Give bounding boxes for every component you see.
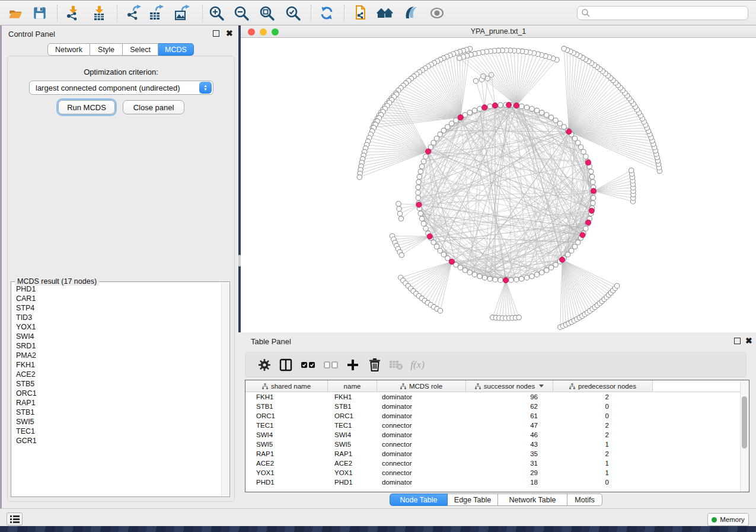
cell-predecessor-nodes: 0 [553,479,653,486]
mcds-result-item[interactable]: CAR1 [11,294,221,303]
tab-edge-table[interactable]: Edge Table [448,493,498,506]
table-scrollbar[interactable] [740,381,749,492]
split-pane-handle[interactable] [238,255,241,267]
deselect-all-icon[interactable] [320,354,342,376]
export-table-icon[interactable] [145,2,167,24]
search-input[interactable] [591,8,748,18]
delete-column-trash-icon[interactable] [364,354,385,376]
toolbar-separator [311,5,311,21]
first-neighbors-icon[interactable] [375,2,396,24]
mcds-result-item[interactable]: TID3 [11,313,221,322]
mcds-result-item[interactable]: PHD1 [11,284,221,294]
export-network-icon[interactable] [123,2,144,24]
zoom-fit-icon[interactable] [256,2,277,24]
mcds-result-item[interactable]: FKH1 [11,360,221,370]
optimization-criterion-select[interactable]: largest connected component (undirected)… [29,81,213,95]
open-session-icon[interactable] [5,2,26,24]
table-row[interactable]: ORC1ORC1dominator610 [245,411,749,421]
window-close-icon[interactable] [248,28,255,36]
tab-select[interactable]: Select [123,43,158,56]
mcds-result-item[interactable]: SRD1 [11,341,221,351]
table-row[interactable]: STB1STB1dominator620 [245,402,749,411]
run-mcds-button[interactable]: Run MCDS [58,100,115,114]
float-table-panel-icon[interactable] [734,338,741,344]
mcds-result-item[interactable]: PMA2 [11,351,221,360]
mcds-result-item[interactable]: SWI5 [11,417,221,427]
cell-name: YOX1 [328,469,377,476]
cell-successor-nodes: 96 [466,393,553,400]
eye-icon[interactable] [426,2,448,24]
network-from-selection-icon[interactable] [349,2,371,24]
import-network-icon[interactable] [62,2,84,24]
cell-name: STB1 [328,403,377,410]
mcds-result-item[interactable]: RAP1 [11,398,221,408]
cell-successor-nodes: 18 [466,479,553,486]
mcds-result-item[interactable]: ORC1 [11,389,221,398]
tab-network[interactable]: Network [47,43,90,56]
mcds-tab-content: Optimization criterion: largest connecte… [7,56,235,502]
mcds-result-item[interactable]: SWI4 [11,332,221,341]
select-all-icon[interactable] [298,354,319,376]
cell-MCDS-role: dominator [377,403,466,410]
cell-MCDS-role: connector [377,422,466,429]
mcds-list-scrollbar[interactable] [221,283,229,496]
column-header-name[interactable]: name [328,380,377,392]
tab-motifs[interactable]: Motifs [567,493,602,506]
tab-network-table[interactable]: Network Table [498,493,567,506]
table-scrollbar-thumb[interactable] [742,396,747,448]
tab-mcds[interactable]: MCDS [158,43,194,56]
cell-predecessor-nodes: 1 [553,441,653,448]
table-row[interactable]: TEC1TEC1connector472 [245,421,749,430]
zoom-selected-icon[interactable] [282,2,304,24]
network-canvas[interactable] [241,38,756,332]
table-row[interactable]: PHD1PHD1dominator180 [245,477,749,487]
select-stepper-icon: ▲▼ [199,82,212,94]
window-zoom-icon[interactable] [272,28,279,36]
mcds-result-item[interactable]: ACE2 [11,370,221,379]
table-row[interactable]: ACE2ACE2connector311 [245,459,749,468]
show-column-icon[interactable] [275,354,296,376]
cell-name: SWI5 [328,441,377,448]
network-window-titlebar[interactable]: YPA_prune.txt_1 [241,25,756,38]
table-row[interactable]: SWI4SWI4dominator462 [245,430,749,440]
network-graph[interactable] [241,38,756,332]
mcds-result-item[interactable]: GCR1 [11,436,221,446]
table-row[interactable]: RAP1RAP1dominator352 [245,449,749,459]
close-panel-button[interactable]: Close panel [123,100,184,114]
task-history-button[interactable] [7,512,23,525]
cell-name: TEC1 [328,422,377,429]
window-minimize-icon[interactable] [260,28,267,36]
mcds-result-item[interactable]: STB5 [11,379,221,389]
zoom-in-icon[interactable] [206,2,227,24]
zoom-out-icon[interactable] [231,2,252,24]
mcds-result-item[interactable]: STP4 [11,303,221,313]
table-row[interactable]: SWI5SWI5connector431 [245,440,749,449]
mcds-result-item[interactable]: TEC1 [11,427,221,436]
column-header-MCDS-role[interactable]: MCDS role [377,380,466,392]
column-header-predecessor-nodes[interactable]: predecessor nodes [553,380,653,392]
mcds-result-item[interactable]: STB1 [11,408,221,417]
search-box[interactable] [577,6,748,20]
close-panel-icon[interactable]: ✖ [226,30,233,37]
tab-node-table[interactable]: Node Table [390,493,448,506]
create-column-icon[interactable] [342,354,363,376]
column-header-shared-name[interactable]: shared name [245,380,328,392]
cell-shared-name: RAP1 [245,450,328,457]
refresh-icon[interactable] [316,2,337,24]
column-header-successor-nodes[interactable]: successor nodes [466,380,553,392]
table-row[interactable]: YOX1YOX1connector291 [245,468,749,477]
tab-style[interactable]: Style [90,43,123,56]
save-session-icon[interactable] [29,2,50,24]
close-table-panel-icon[interactable]: ✖ [745,338,752,344]
table-row[interactable]: FKH1FKH1dominator962 [245,392,749,402]
cell-name: ORC1 [328,412,377,419]
import-table-icon[interactable] [88,2,110,24]
cell-shared-name: TEC1 [245,422,328,429]
export-image-icon[interactable] [171,2,192,24]
graphics-details-icon[interactable] [400,2,422,24]
memory-button[interactable]: Memory [707,513,749,526]
mcds-result-item[interactable]: YOX1 [11,322,221,332]
table-settings-gear-icon[interactable] [254,354,275,376]
float-panel-icon[interactable] [213,30,219,37]
function-builder-icon-disabled: f(x) [407,354,428,376]
